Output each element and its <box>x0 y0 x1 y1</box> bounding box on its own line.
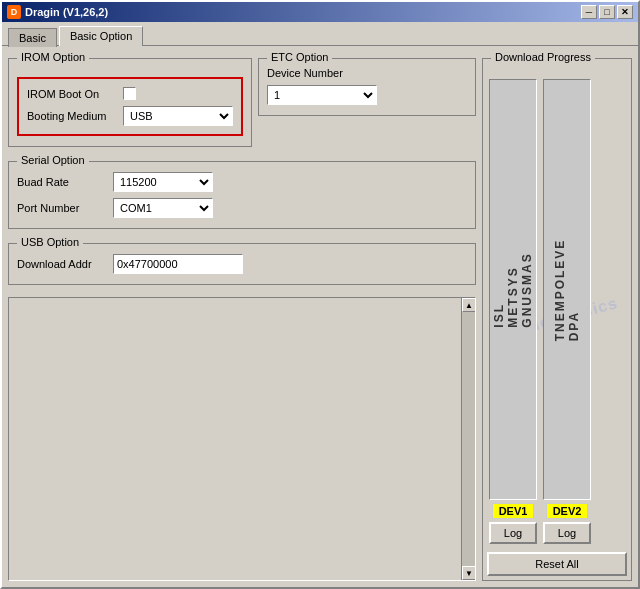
log-area: ▲ ▼ <box>8 297 476 581</box>
maximize-button[interactable]: □ <box>599 5 615 19</box>
minimize-button[interactable]: ─ <box>581 5 597 19</box>
irom-header: IROM Option <box>17 51 89 63</box>
title-bar-title: D Dragin (V1,26,2) <box>7 5 108 19</box>
port-number-select[interactable]: COM1 COM2 COM3 <box>113 198 213 218</box>
progress-bars-area: ISLMETSYSGNUSMAS DEV1 Log TNEMPOLEVEDPA … <box>487 75 627 548</box>
baud-rate-select[interactable]: 9600 115200 <box>113 172 213 192</box>
etc-group-box: ETC Option Device Number 1 2 3 <box>258 58 476 116</box>
log-area-wrapper: ▲ ▼ <box>8 297 476 581</box>
progress-col-1: ISLMETSYSGNUSMAS DEV1 Log <box>489 79 537 544</box>
reset-all-button[interactable]: Reset All <box>487 552 627 576</box>
download-addr-row: Download Addr <box>17 254 467 274</box>
device-number-select-row: 1 2 3 <box>267 85 467 105</box>
serial-header: Serial Option <box>17 154 89 166</box>
top-section: IROM Option IROM Boot On Booting Medium … <box>8 50 476 147</box>
irom-group-wrapper: IROM Option IROM Boot On Booting Medium … <box>8 58 252 147</box>
irom-group-box: IROM Option IROM Boot On Booting Medium … <box>8 58 252 147</box>
irom-boot-on-row: IROM Boot On <box>27 87 233 100</box>
irom-boot-on-checkbox[interactable] <box>123 87 136 100</box>
log1-button[interactable]: Log <box>489 522 537 544</box>
dev1-label: DEV1 <box>492 503 535 519</box>
left-panel: IROM Option IROM Boot On Booting Medium … <box>8 50 476 581</box>
baud-rate-label: Buad Rate <box>17 176 107 188</box>
irom-boot-on-label: IROM Boot On <box>27 88 117 100</box>
scroll-up-button[interactable]: ▲ <box>462 298 476 312</box>
booting-medium-row: Booting Medium USB NAND NOR SD <box>27 106 233 126</box>
booting-medium-label: Booting Medium <box>27 110 117 122</box>
download-addr-input[interactable] <box>113 254 243 274</box>
scroll-down-button[interactable]: ▼ <box>462 566 476 580</box>
etc-group-wrapper: ETC Option Device Number 1 2 3 <box>258 58 476 147</box>
irom-highlight-box: IROM Boot On Booting Medium USB NAND NOR… <box>17 77 243 136</box>
usb-header: USB Option <box>17 236 83 248</box>
tab-basic[interactable]: Basic <box>8 28 57 47</box>
scroll-track <box>462 312 476 566</box>
download-addr-label: Download Addr <box>17 258 107 270</box>
device-number-select[interactable]: 1 2 3 <box>267 85 377 105</box>
title-bar-controls: ─ □ ✕ <box>581 5 633 19</box>
usb-group-wrapper: USB Option Download Addr <box>8 243 476 285</box>
progress-bar-2-text: TNEMPOLEVEDPA <box>553 238 581 341</box>
log2-button[interactable]: Log <box>543 522 591 544</box>
download-progress-box: Download Progress JK Electronics ISLMETS… <box>482 58 632 581</box>
booting-medium-select[interactable]: USB NAND NOR SD <box>123 106 233 126</box>
baud-rate-row: Buad Rate 9600 115200 <box>17 172 467 192</box>
progress-col-2: TNEMPOLEVEDPA DEV2 Log <box>543 79 591 544</box>
progress-bar-1: ISLMETSYSGNUSMAS <box>489 79 537 500</box>
device-number-label: Device Number <box>267 67 357 79</box>
app-icon: D <box>7 5 21 19</box>
port-number-label: Port Number <box>17 202 107 214</box>
tab-basic-option[interactable]: Basic Option <box>59 26 143 46</box>
serial-group-wrapper: Serial Option Buad Rate 9600 115200 Port… <box>8 161 476 229</box>
etc-header: ETC Option <box>267 51 332 63</box>
dev2-label: DEV2 <box>546 503 589 519</box>
title-bar: D Dragin (V1,26,2) ─ □ ✕ <box>2 2 638 22</box>
download-progress-panel: Download Progress JK Electronics ISLMETS… <box>482 50 632 581</box>
port-number-row: Port Number COM1 COM2 COM3 <box>17 198 467 218</box>
serial-group-box: Serial Option Buad Rate 9600 115200 Port… <box>8 161 476 229</box>
progress-bar-2: TNEMPOLEVEDPA <box>543 79 591 500</box>
usb-group-box: USB Option Download Addr <box>8 243 476 285</box>
download-progress-header: Download Progress <box>491 51 595 63</box>
tab-bar: Basic Basic Option <box>2 22 638 45</box>
main-content: IROM Option IROM Boot On Booting Medium … <box>2 45 638 587</box>
main-window: D Dragin (V1,26,2) ─ □ ✕ Basic Basic Opt… <box>0 0 640 589</box>
scrollbar-vertical: ▲ ▼ <box>461 298 475 580</box>
progress-bar-1-text: ISLMETSYSGNUSMAS <box>492 252 534 327</box>
device-number-row: Device Number <box>267 67 467 79</box>
close-button[interactable]: ✕ <box>617 5 633 19</box>
